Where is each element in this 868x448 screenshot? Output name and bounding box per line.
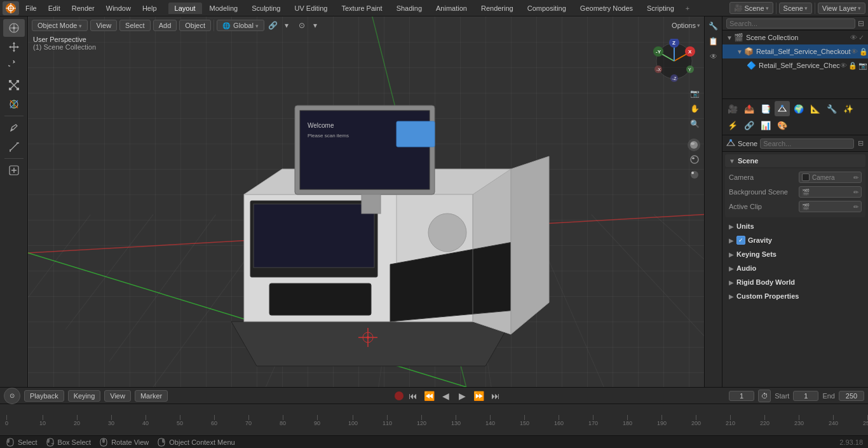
tab-shading[interactable]: Shading [390,3,428,14]
outliner-item-1[interactable]: 🔷 Retail_Self_Service_Chec 👁 🔒 📷 [722,58,868,72]
tab-texture-paint[interactable]: Texture Paint [335,3,388,14]
shading-rendered[interactable] [688,168,702,182]
step-back-btn[interactable]: ⏪ [423,389,437,403]
prop-physics-icon[interactable]: ⚡ [725,118,740,133]
timeline-ruler[interactable]: 0102030405060708090100110120130140150160… [0,404,868,435]
keying-menu[interactable]: Keying [68,390,101,402]
proportional-edit-options[interactable]: ▾ [309,19,322,32]
tab-modeling[interactable]: Modeling [203,3,245,14]
audio-section[interactable]: ▶ Audio [725,262,865,275]
active-clip-value[interactable]: 🎬 ✏ [799,201,862,212]
item-1-restrict[interactable]: 🔒 [848,62,857,70]
proportional-edit-toggle[interactable]: ⊙ [295,19,308,32]
record-btn[interactable] [395,391,403,400]
view-menu-timeline[interactable]: View [104,390,131,402]
play-btn[interactable]: ▶ [456,389,470,403]
props-header-icon[interactable] [726,137,735,151]
move-tool[interactable] [3,38,25,56]
prop-data-icon[interactable]: 📊 [758,118,773,133]
viewport-options-btn[interactable]: Options ▾ [672,22,700,29]
bg-scene-edit-btn[interactable]: ✏ [853,189,858,196]
prop-world-icon[interactable]: 🌍 [791,101,806,116]
outliner-search-input[interactable] [726,18,855,29]
prop-particles-icon[interactable]: ✨ [841,101,856,116]
current-frame-input[interactable] [729,391,754,401]
add-object-tool[interactable] [3,161,25,179]
end-frame-input[interactable] [839,391,864,401]
measure-tool[interactable] [3,138,25,156]
tab-geometry-nodes[interactable]: Geometry Nodes [574,3,639,14]
engine-selector[interactable]: 🎥 Scene ▾ [729,2,773,14]
rigid-body-world-section[interactable]: ▶ Rigid Body World [725,276,865,288]
outliner-scene-collection[interactable]: ▼ 🎬 Scene Collection 👁 ✓ [722,31,868,44]
tab-animation[interactable]: Animation [430,3,473,14]
start-frame-input[interactable] [793,391,818,401]
camera-view-btn[interactable]: 📷 [688,86,702,100]
view-menu[interactable]: View [90,20,117,31]
rotate-tool[interactable] [3,57,25,75]
units-section[interactable]: ▶ Units [725,220,865,233]
menu-window[interactable]: Window [101,3,136,13]
prop-constraints-icon[interactable]: 🔗 [742,118,757,133]
menu-help[interactable]: Help [137,3,162,13]
shading-material[interactable] [688,153,702,166]
prop-material-icon[interactable]: 🎨 [775,118,790,133]
viewport-3d[interactable]: Welcome Please scan items [28,17,704,387]
timeline-marker-btn[interactable]: ⊙ [4,388,20,404]
blender-logo[interactable] [3,1,19,15]
scene-selector[interactable]: Scene ▾ [779,3,812,14]
prop-scene-icon[interactable] [775,101,790,116]
item-icon[interactable]: 📋 [707,34,721,48]
view-icon[interactable]: 👁 [707,50,721,64]
keying-sets-section[interactable]: ▶ Keying Sets [725,248,865,261]
annotate-tool[interactable] [3,119,25,137]
props-filter-btn[interactable]: ⊟ [857,137,864,151]
outliner-item-0[interactable]: ▼ 📦 Retail_Self_Service_Checkout 👁 🔒 📷 [722,44,868,58]
outliner-filter-btn[interactable]: ⊟ [858,19,864,28]
tab-rendering[interactable]: Rendering [475,3,520,14]
play-back-btn[interactable]: ◀ [439,389,453,403]
camera-value[interactable]: Camera ✏ [799,172,862,183]
prop-render-icon[interactable]: 🎥 [725,101,740,116]
props-search-input[interactable] [760,139,854,149]
tab-uv-editing[interactable]: UV Editing [288,3,334,14]
hand-tool-btn[interactable]: ✋ [688,102,702,116]
active-clip-edit-btn[interactable]: ✏ [853,203,858,210]
snap-options[interactable]: ▾ [280,19,293,32]
menu-render[interactable]: Render [67,3,100,13]
tab-sculpting[interactable]: Sculpting [245,3,287,14]
transform-tool[interactable] [3,95,25,113]
prop-modifier-icon[interactable]: 🔧 [824,101,839,116]
snap-toggle[interactable]: 🔗 [267,19,280,32]
jump-to-start-btn[interactable]: ⏮ [406,389,420,403]
prop-output-icon[interactable]: 📤 [742,101,757,116]
menu-file[interactable]: File [20,3,42,13]
playback-menu[interactable]: Playback [24,390,64,402]
select-menu[interactable]: Select [119,20,151,31]
shading-solid[interactable] [688,139,700,151]
marker-menu[interactable]: Marker [135,390,168,402]
view-layer-selector[interactable]: View Layer ▾ [818,3,865,14]
exclude-icon[interactable]: ✓ [858,34,864,42]
menu-edit[interactable]: Edit [43,3,65,13]
bg-scene-value[interactable]: 🎬 ✏ [799,186,862,198]
zoom-btn[interactable]: 🔍 [688,117,702,131]
tab-layout[interactable]: Layout [168,3,202,14]
camera-edit-btn[interactable]: ✏ [853,174,858,181]
item-1-render[interactable]: 📷 [858,62,867,70]
add-menu[interactable]: Add [153,20,177,31]
gravity-section[interactable]: ▶ ✓ Gravity [725,234,865,247]
jump-to-end-btn[interactable]: ⏭ [489,389,503,403]
fps-btn[interactable]: ⏱ [758,390,771,402]
visibility-icon[interactable]: 👁 [850,34,857,42]
scene-section-header[interactable]: ▼ Scene [725,154,865,167]
item-0-restrict[interactable]: 🔒 [859,48,868,56]
scale-tool[interactable] [3,76,25,94]
cursor-tool[interactable] [3,19,25,37]
object-mode-dropdown[interactable]: Object Mode ▾ [32,20,88,31]
nav-gizmo[interactable]: X -Y Z -X Y [652,39,696,83]
prop-view-layer-icon[interactable]: 📑 [758,101,773,116]
item-0-vis[interactable]: 👁 [851,48,858,56]
tab-compositing[interactable]: Compositing [521,3,573,14]
tab-add-button[interactable]: + [682,3,693,13]
